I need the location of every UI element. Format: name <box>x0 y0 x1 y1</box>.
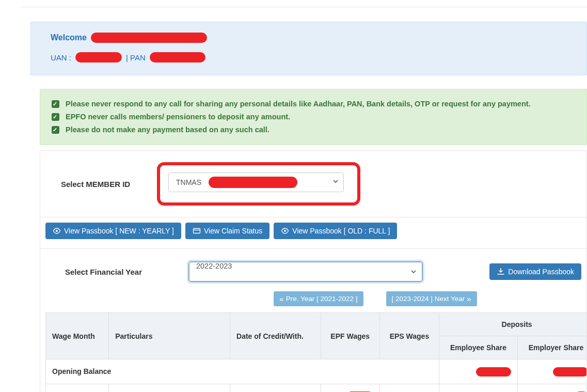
pan-label: | PAN <box>126 53 146 62</box>
eye-icon <box>53 227 61 234</box>
previous-year-button[interactable]: « Pre. Year [ 2021-2022 ] <box>274 291 363 306</box>
member-id-select[interactable]: TNMAS <box>168 173 344 192</box>
passbook-table: Wage Month Particulars Date of Credit/Wi… <box>45 312 586 392</box>
chevron-left-icon: « <box>279 294 283 303</box>
th-date: Date of Credit/With. <box>230 313 321 359</box>
th-employee-share: Employee Share <box>439 336 518 359</box>
financial-year-select[interactable]: 2022-2023 <box>188 261 423 282</box>
svg-point-3 <box>284 230 286 232</box>
welcome-text: Welcome <box>51 33 87 42</box>
notice-text: Please never respond to any call for sha… <box>66 99 531 110</box>
member-id-value: TNMAS <box>176 178 201 186</box>
table-row: MAR-2022 Cont. For Due-Month 042022 05-0… <box>46 384 587 392</box>
view-claim-status-button[interactable]: View Claim Status <box>185 223 269 239</box>
redacted-value <box>553 367 586 377</box>
opening-balance-row: Opening Balance <box>46 359 587 384</box>
th-wage-month: Wage Month <box>46 313 109 359</box>
redacted-name <box>91 33 207 43</box>
redacted-member-id <box>209 177 297 188</box>
view-passbook-old-button[interactable]: View Passbook [ OLD : FULL ] <box>274 223 397 239</box>
financial-year-label: Select Financial Year <box>65 268 142 276</box>
highlighted-frame: TNMAS <box>157 162 360 206</box>
member-id-label: Select MEMBER ID <box>61 180 154 189</box>
check-icon <box>52 100 59 108</box>
redacted-uan <box>75 52 122 62</box>
th-employer-share: Employer Share <box>517 336 586 359</box>
svg-rect-1 <box>193 229 200 233</box>
view-passbook-new-button[interactable]: View Passbook [ NEW : YEARLY ] <box>45 223 181 239</box>
notice-text: Please do not make any payment based on … <box>66 124 269 136</box>
download-icon <box>497 268 505 275</box>
download-passbook-button[interactable]: Download Passbook <box>489 263 581 280</box>
uan-label: UAN : <box>51 53 71 62</box>
th-epf-wages: EPF Wages <box>321 313 379 359</box>
check-icon <box>52 126 59 134</box>
notice-text: EPFO never calls members/ pensioners to … <box>66 112 290 123</box>
notice-panel: Please never respond to any call for sha… <box>40 89 587 145</box>
chevron-right-icon: » <box>467 294 471 303</box>
next-year-button[interactable]: [ 2023-2024 ] Next Year » <box>386 291 477 306</box>
main-card: Select MEMBER ID TNMAS <box>40 150 587 392</box>
th-eps-wages: EPS Wages <box>379 313 439 359</box>
redacted-value <box>476 367 511 377</box>
th-particulars: Particulars <box>109 313 230 359</box>
eye-icon <box>281 227 289 234</box>
card-icon <box>193 227 201 234</box>
th-deposits: Deposits <box>439 313 587 336</box>
check-icon <box>52 113 59 121</box>
redacted-pan <box>150 52 205 62</box>
welcome-panel: Welcome UAN : | PAN <box>30 22 587 75</box>
svg-point-0 <box>56 230 58 232</box>
